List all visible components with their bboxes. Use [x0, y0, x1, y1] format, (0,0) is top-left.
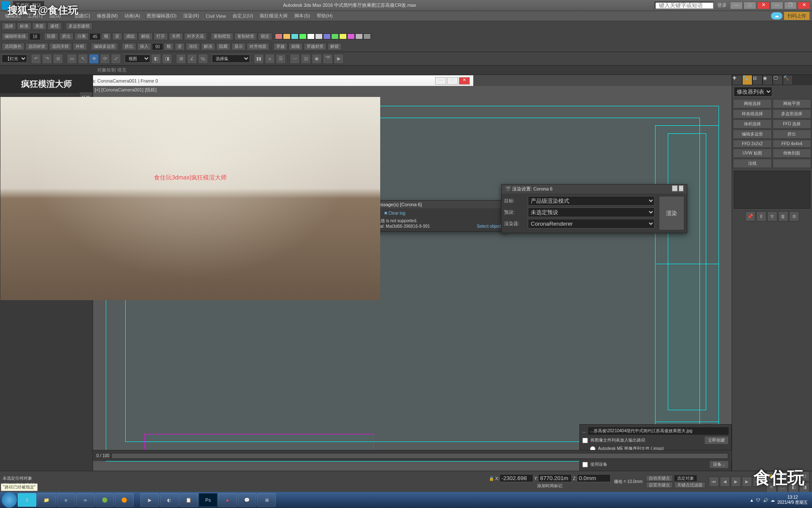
ribbon-button[interactable]: 顺 [101, 33, 111, 40]
undo-icon[interactable]: ↶ [31, 54, 41, 64]
ribbon-button[interactable]: 冻结 [186, 43, 200, 50]
ribbon-button[interactable]: 分离 [74, 33, 89, 40]
ribbon-button[interactable]: 选同关联 [49, 43, 72, 50]
ribbon-button[interactable]: 选同颜色 [2, 43, 25, 50]
layer-icon[interactable]: ☰ [276, 54, 286, 64]
taskbar-app-icon[interactable]: ∞ [76, 493, 95, 507]
ribbon-button[interactable]: 轮廓 [44, 33, 58, 40]
color-swatch[interactable] [331, 33, 339, 39]
modifier-button[interactable]: 多边形选择 [773, 109, 812, 119]
select-icon[interactable]: ▭ [67, 54, 77, 64]
clear-log-button[interactable]: ✖ Clear log [384, 211, 406, 215]
key-mode-dropdown[interactable]: 选定对象 [674, 475, 697, 481]
vp-icon[interactable]: ◨ [799, 482, 809, 492]
ribbon-button[interactable]: 逆 [112, 33, 122, 40]
renderer-dropdown[interactable]: CoronaRenderer [528, 219, 655, 229]
color-swatch[interactable] [347, 33, 355, 39]
menu-item[interactable]: 动画(A) [122, 13, 143, 19]
zoom-extents-icon[interactable]: ⊡ [799, 471, 809, 481]
modifier-button[interactable]: 挤出 [773, 130, 812, 139]
modifier-button[interactable]: UVW 贴图 [733, 149, 772, 158]
menu-item[interactable]: 图形编辑器(D) [144, 13, 179, 19]
modifier-button[interactable]: 法线 [733, 159, 772, 168]
taskbar-app-icon[interactable]: ▶ [140, 493, 159, 507]
color-swatch[interactable] [323, 33, 331, 39]
move-icon[interactable]: ✥ [89, 54, 99, 64]
scale-icon[interactable]: ⤢ [111, 54, 121, 64]
menu-item[interactable]: 编辑(E) [3, 13, 23, 19]
angle-snap-icon[interactable]: ∠ [187, 54, 197, 64]
fov-icon[interactable]: ⊿ [788, 471, 798, 481]
menu-item[interactable]: 创建(C) [72, 13, 93, 19]
x-coord-input[interactable] [499, 474, 533, 482]
modifier-button[interactable]: 网格平滑 [773, 99, 812, 108]
motion-tab-icon[interactable]: ◉ [763, 75, 773, 85]
device-button[interactable]: 设备... [709, 460, 729, 469]
goto-end-icon[interactable]: ⏭ [753, 477, 763, 487]
render-image[interactable]: 食住玩3dmax|疯狂模渲大师 [0, 97, 380, 300]
show-end-result-icon[interactable]: Ⅱ [756, 211, 766, 221]
3dsmax-taskbar-icon[interactable]: 🔺 [218, 493, 237, 507]
percent-snap-icon[interactable]: % [198, 54, 208, 64]
ribbon-button[interactable]: 打开 [154, 33, 168, 40]
configure-icon[interactable]: ⚙ [789, 211, 799, 221]
ribbon-input[interactable]: 18 [30, 33, 40, 40]
ie-icon[interactable]: e [57, 493, 75, 507]
make-unique-icon[interactable]: ∀ [767, 211, 777, 221]
play-icon[interactable]: ▶ [731, 477, 741, 487]
tool-icon[interactable]: ◧ [151, 54, 161, 64]
ribbon-button[interactable]: 跟随 [288, 43, 303, 50]
maximize-button[interactable]: □ [447, 77, 458, 85]
selection-set-dropdown[interactable]: 选择集 [212, 55, 250, 63]
tray-icon[interactable]: 🛡 [756, 498, 760, 502]
color-swatch[interactable] [283, 33, 291, 39]
maximize-button[interactable]: □ [743, 2, 756, 9]
tray-icon[interactable]: ▲ [749, 498, 754, 502]
wechat-icon[interactable]: 💬 [238, 493, 256, 507]
modifier-button[interactable]: 倒角剖面 [773, 149, 812, 158]
y-coord-input[interactable] [538, 474, 572, 482]
link-icon[interactable]: ⊘ [53, 54, 63, 64]
start-button[interactable] [2, 492, 17, 508]
ribbon-button[interactable]: 成组 [123, 33, 137, 40]
menu-item[interactable]: 渲染(R) [181, 13, 201, 19]
modifier-button[interactable]: 样条线选择 [733, 109, 772, 119]
modify-tab-icon[interactable]: 🔧 [742, 75, 752, 85]
align-icon[interactable]: ≡ [265, 54, 275, 64]
ribbon-button[interactable]: 显示 [231, 43, 246, 50]
maximize-viewport-icon[interactable]: ⛶ [777, 482, 787, 492]
login-link[interactable]: 登录 [717, 2, 727, 8]
ribbon-button[interactable]: 外框 [73, 43, 87, 50]
minimize-button[interactable]: — [672, 185, 678, 191]
ribbon-button[interactable]: 穿越材质 [304, 43, 326, 50]
color-swatch[interactable] [355, 33, 363, 39]
cloud-badge[interactable]: ☁ [771, 12, 782, 19]
ribbon-button[interactable]: 隐藏 [216, 43, 230, 50]
ribbon-tab[interactable]: 多边形建模 [66, 22, 93, 30]
color-swatch[interactable] [339, 33, 347, 39]
chrome-icon[interactable]: 🟢 [96, 493, 114, 507]
dialog-close-button[interactable]: ✕ [679, 185, 683, 191]
color-swatch[interactable] [299, 33, 307, 39]
ribbon-tab[interactable]: 基面 [32, 22, 47, 30]
menu-item[interactable]: 自定义(U) [230, 13, 255, 19]
ribbon-button[interactable]: 穿越 [273, 43, 288, 50]
modifier-list-dropdown[interactable]: 修改器列表 [734, 87, 772, 97]
remove-modifier-icon[interactable]: 🗑 [778, 211, 788, 221]
light-dropdown[interactable]: 【灯光 [2, 55, 27, 63]
menu-item[interactable]: Civil View [203, 14, 228, 19]
tool-icon[interactable]: ◨ [162, 54, 172, 64]
key-filter-button[interactable]: 关键点过滤器 [674, 482, 705, 488]
close-button[interactable]: ✕ [459, 77, 470, 85]
taskbar-app-icon[interactable]: 5 [18, 493, 36, 507]
display-tab-icon[interactable]: 🖵 [773, 75, 783, 85]
photoshop-icon[interactable]: Ps [199, 493, 217, 507]
cursor-icon[interactable]: ↖ [78, 54, 88, 64]
ribbon-button[interactable]: 关闭 [169, 33, 183, 40]
restore-button[interactable]: ❐ [784, 2, 797, 9]
taskbar-app-icon[interactable]: 📋 [179, 493, 198, 507]
ribbon-button[interactable]: 选同材质 [25, 43, 48, 50]
tab-object-paint[interactable]: 对象绘制 填充 [97, 67, 126, 72]
ribbon-input[interactable]: 45 [90, 33, 100, 40]
checkbox[interactable] [582, 438, 588, 443]
